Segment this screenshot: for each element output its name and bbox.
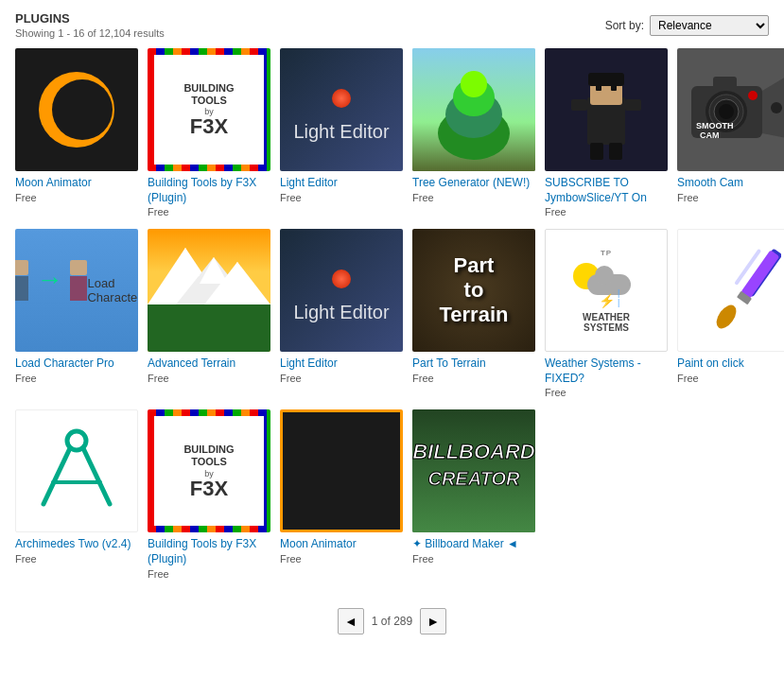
plugin-card-moon-animator[interactable]: Moon Animator Free xyxy=(15,48,138,217)
svg-rect-8 xyxy=(588,73,624,86)
svg-point-37 xyxy=(712,302,740,332)
plugin-name: ✦ Billboard Maker ◄ xyxy=(412,537,535,552)
plugin-card-billboard-maker[interactable]: BILLBOARD CREATOR ✦ Billboard Maker ◄ Fr… xyxy=(412,409,535,579)
plugin-name: Advanced Terrain xyxy=(148,356,270,372)
svg-point-19 xyxy=(719,104,734,119)
plugin-card-light-editor-1[interactable]: Light Editor Light Editor Free xyxy=(280,48,403,217)
plugin-card-subscribe[interactable]: SUBSCRIBE TO JymbowSlice/YT On Free xyxy=(545,48,668,217)
svg-point-23 xyxy=(771,102,782,113)
svg-rect-10 xyxy=(611,84,617,91)
header-left: PLUGINS Showing 1 - 16 of 12,104 results xyxy=(15,11,165,39)
plugin-card-smooth-cam[interactable]: SMOOTH CAM Smooth Cam Free xyxy=(677,48,784,217)
plugin-price: Free xyxy=(280,373,403,384)
page-header: PLUGINS Showing 1 - 16 of 12,104 results… xyxy=(15,11,769,39)
plugin-price: Free xyxy=(15,553,138,565)
plugin-name: Smooth Cam xyxy=(677,176,784,191)
svg-rect-12 xyxy=(625,99,641,111)
sort-select[interactable]: Relevance Most Taken Ratings Recently Up… xyxy=(650,15,769,36)
plugin-price: Free xyxy=(148,373,270,384)
svg-rect-13 xyxy=(590,143,603,160)
plugin-name: Tree Generator (NEW!) xyxy=(412,176,535,191)
plugin-card-building-tools[interactable]: BUILDINGTOOLS by F3X Building Tools by F… xyxy=(148,48,270,217)
plugin-card-building-tools-2[interactable]: BUILDINGTOOLS by F3X Building Tools by F… xyxy=(148,409,270,579)
plugin-card-weather-systems[interactable]: TP ⚡ || WEATHERSYSTEMS Weather Systems -… xyxy=(545,229,668,398)
plugin-price: Free xyxy=(15,373,138,384)
next-page-button[interactable]: ► xyxy=(420,608,446,635)
plugin-price: Free xyxy=(677,373,784,384)
plugin-price: Free xyxy=(280,192,403,203)
plugin-price: Free xyxy=(545,206,668,217)
plugin-price: Free xyxy=(545,387,668,398)
plugin-name: Light Editor xyxy=(280,356,403,372)
plugin-name: Archimedes Two (v2.4) xyxy=(15,537,138,552)
svg-point-21 xyxy=(748,91,758,100)
plugins-grid: Moon Animator Free BUILDINGTOOLS by F3X … xyxy=(15,48,769,580)
plugin-card-archimedes[interactable]: Archimedes Two (v2.4) Free xyxy=(15,409,138,579)
svg-rect-35 xyxy=(740,250,779,299)
header-right: Sort by: Relevance Most Taken Ratings Re… xyxy=(605,15,769,36)
svg-text:CREATOR: CREATOR xyxy=(427,468,520,489)
plugin-price: Free xyxy=(148,568,270,580)
svg-rect-11 xyxy=(571,99,587,111)
plugin-card-paint-on-click[interactable]: Paint on click Free xyxy=(677,229,784,398)
plugin-name: Building Tools by F3X (Plugin) xyxy=(148,176,270,205)
svg-rect-20 xyxy=(713,77,737,90)
pagination: ◄ 1 of 289 ► xyxy=(15,608,769,635)
plugin-card-load-character[interactable]: → Load Character Load Character Pro Free xyxy=(15,229,138,398)
plugin-name: Light Editor xyxy=(280,176,403,191)
page-title: PLUGINS xyxy=(15,11,165,26)
plugin-name: Part To Terrain xyxy=(412,356,535,372)
plugin-name: Moon Animator xyxy=(15,176,138,191)
plugin-card-part-to-terrain[interactable]: ParttoTerrain Part To Terrain Free xyxy=(412,229,535,398)
plugin-price: Free xyxy=(677,192,784,203)
plugin-card-moon-animator-2[interactable]: Moon Animator Free xyxy=(280,409,403,579)
page-info: 1 of 289 xyxy=(372,615,412,628)
plugin-name: Paint on click xyxy=(677,356,784,372)
results-count: Showing 1 - 16 of 12,104 results xyxy=(15,27,165,39)
plugin-price: Free xyxy=(148,206,270,217)
svg-rect-14 xyxy=(609,143,622,160)
plugin-price: Free xyxy=(412,192,535,203)
plugins-page: PLUGINS Showing 1 - 16 of 12,104 results… xyxy=(15,11,769,635)
svg-line-41 xyxy=(83,448,110,504)
plugin-name: Load Character Pro xyxy=(15,356,138,372)
plugin-price: Free xyxy=(280,553,403,565)
plugin-price: Free xyxy=(412,373,535,384)
plugin-name: Weather Systems - FIXED? xyxy=(545,356,668,386)
svg-line-40 xyxy=(44,448,70,504)
plugin-card-tree-generator[interactable]: Tree Generator (NEW!) Free xyxy=(412,48,535,217)
plugin-name: Moon Animator xyxy=(280,537,403,552)
plugin-name: SUBSCRIBE TO JymbowSlice/YT On xyxy=(545,176,668,205)
svg-text:SMOOTH: SMOOTH xyxy=(696,121,734,130)
svg-point-5 xyxy=(461,71,487,97)
svg-text:BILLBOARD: BILLBOARD xyxy=(412,440,535,463)
svg-text:CAM: CAM xyxy=(700,130,720,140)
prev-page-button[interactable]: ◄ xyxy=(338,608,364,635)
plugin-card-light-editor-2[interactable]: Light Editor Light Editor Free xyxy=(280,229,403,398)
plugin-card-advanced-terrain[interactable]: Advanced Terrain Free xyxy=(148,229,270,398)
plugin-name: Building Tools by F3X (Plugin) xyxy=(148,537,270,566)
svg-rect-27 xyxy=(148,304,270,352)
sort-label: Sort by: xyxy=(605,19,644,32)
plugin-price: Free xyxy=(412,553,535,565)
plugin-price: Free xyxy=(15,192,138,203)
svg-rect-9 xyxy=(596,84,601,91)
